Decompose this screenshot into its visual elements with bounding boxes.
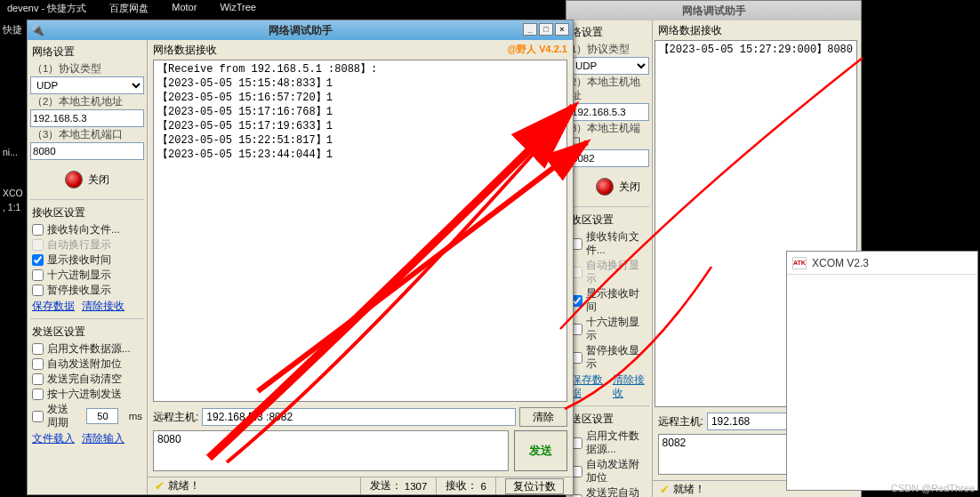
task-item[interactable]: WizTree (220, 2, 256, 14)
save-data-link[interactable]: 保存数据 (32, 300, 75, 313)
remote-host-label: 远程主机: (153, 410, 198, 425)
show-time-check[interactable]: 显示接收时间 (30, 253, 144, 268)
hex-send-check[interactable]: 按十六进制发送 (30, 387, 144, 402)
reset-count-button[interactable]: 复位计数 (505, 478, 564, 494)
port-input[interactable] (30, 142, 144, 160)
recv-header: 网络数据接收 (658, 23, 722, 38)
window-title: XCOM V2.3 (812, 257, 869, 269)
host-input[interactable] (30, 109, 144, 127)
protocol-select[interactable]: UDP (30, 76, 144, 94)
clear-input-link[interactable]: 清除输入 (82, 432, 125, 445)
hex-display-check[interactable]: 十六进制显示 (30, 268, 144, 283)
pause-recv-check[interactable]: 暂停接收显示 (569, 343, 649, 372)
maximize-button[interactable]: □ (539, 23, 553, 36)
netassist-window-1: 🔌 网络调试助手 _ □ × 网络设置 （1）协议类型 UDP （2）本地主机地… (27, 20, 574, 495)
clear-remote-button[interactable]: 清除 (519, 407, 567, 427)
clear-recv-link[interactable]: 清除接收 (82, 300, 125, 313)
period-send-check[interactable]: 发送周期 ms (30, 402, 144, 430)
settings-sidebar: 络设置 1）协议类型 UDP 2）本地主机地址 3）本地主机端口 关闭 收区设置… (566, 20, 653, 497)
port-input[interactable] (569, 149, 649, 167)
connection-close-button[interactable]: 关闭 (38, 165, 136, 194)
port-label: （3）本地主机端口 (30, 127, 144, 142)
task-item[interactable]: Motor (172, 2, 197, 14)
recv-to-file-check[interactable]: 接收转向文件... (569, 229, 649, 258)
watermark: CSDN @RedThree (891, 483, 975, 493)
host-label: （2）本地主机地址 (30, 94, 144, 109)
minimize-button[interactable]: _ (523, 23, 537, 36)
show-time-check[interactable]: 显示接收时间 (569, 286, 649, 315)
xcom-icon: ATK (792, 257, 807, 269)
close-button[interactable]: × (555, 23, 569, 36)
auto-extra-check[interactable]: 自动发送附加位 (569, 457, 649, 485)
send-button[interactable]: 发送 (514, 430, 567, 471)
auto-extra-check[interactable]: 自动发送附加位 (30, 357, 144, 372)
window-title: 网络调试助手 (269, 23, 333, 38)
ready-label: 就绪！ (168, 479, 200, 493)
recv-settings-group: 接收区设置 (30, 204, 144, 222)
host-input[interactable] (569, 103, 649, 121)
file-src-check[interactable]: 启用文件数据源... (30, 341, 144, 357)
window-title: 网络调试助手 (682, 4, 746, 19)
task-item[interactable]: 百度网盘 (109, 2, 149, 14)
clear-after-check[interactable]: 发送完自动清空 (569, 485, 649, 497)
remote-host-input[interactable] (202, 408, 516, 426)
protocol-select[interactable]: UDP (569, 57, 649, 75)
task-item[interactable]: devenv - 快捷方式 (7, 2, 86, 14)
protocol-label: （1）协议类型 (30, 61, 144, 76)
auto-wrap-check[interactable]: 自动换行显示 (569, 258, 649, 286)
remote-host-label: 远程主机: (658, 414, 703, 429)
app-icon: 🔌 (31, 24, 44, 36)
settings-sidebar: 网络设置 （1）协议类型 UDP （2）本地主机地址 （3）本地主机端口 关闭 … (28, 40, 148, 494)
recv-to-file-check[interactable]: 接收转向文件... (30, 222, 144, 237)
pause-recv-check[interactable]: 暂停接收显示 (30, 283, 144, 298)
rx-count: 6 (481, 481, 486, 492)
status-dot-icon (596, 178, 614, 196)
file-src-check[interactable]: 启用文件数据源... (569, 429, 649, 457)
desktop-left-fragments: 快捷 ni... XCO , 1:1 (0, 22, 26, 214)
save-data-link[interactable]: 保存数据 (571, 373, 606, 400)
auto-wrap-check[interactable]: 自动换行显示 (30, 237, 144, 253)
status-dot-icon (65, 171, 83, 188)
titlebar[interactable]: 🔌 网络调试助手 _ □ × (28, 20, 573, 40)
file-load-link[interactable]: 文件载入 (32, 432, 75, 445)
send-textarea[interactable]: 8080 (153, 430, 509, 471)
hex-display-check[interactable]: 十六进制显示 (569, 315, 649, 343)
titlebar[interactable]: ATK XCOM V2.3 (787, 252, 977, 275)
tx-count: 1307 (405, 481, 428, 492)
brand-label: @野人 V4.2.1 (507, 43, 567, 58)
connection-close-button[interactable]: 关闭 (569, 172, 653, 201)
status-bar: ✔就绪！ 发送： 1307 接收： 6 复位计数 (148, 477, 573, 494)
titlebar[interactable]: 网络调试助手 (566, 1, 861, 20)
ready-icon: ✔ (155, 479, 165, 493)
clear-recv-link[interactable]: 清除接收 (613, 373, 647, 400)
send-settings-group: 发送区设置 (30, 323, 144, 341)
recv-textarea[interactable]: 【Receive from 192.168.5.1 :8088】: 【2023-… (153, 60, 567, 402)
recv-header: 网络数据接收 (153, 43, 217, 58)
xcom-window: ATK XCOM V2.3 (786, 251, 978, 491)
ready-icon: ✔ (660, 483, 670, 496)
network-settings-group: 网络设置 (30, 43, 144, 61)
clear-after-check[interactable]: 发送完自动清空 (30, 372, 144, 387)
period-input[interactable] (86, 408, 118, 424)
